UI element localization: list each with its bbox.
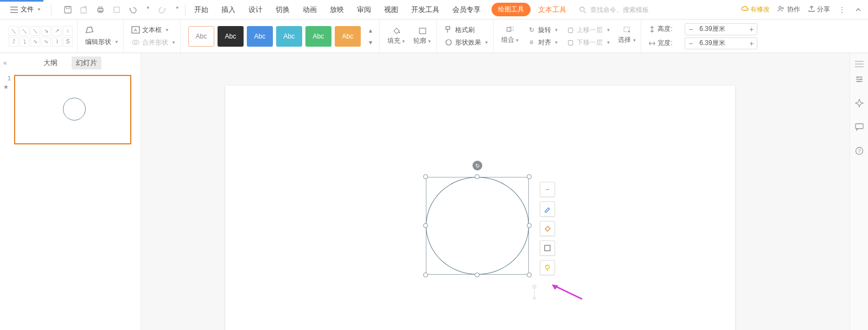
tab-view[interactable]: 视图 (384, 3, 398, 17)
more-icon[interactable]: ⋮ (838, 5, 846, 14)
resize-handle-l[interactable] (423, 223, 428, 228)
chevron-down-icon: ▼ (632, 38, 636, 43)
height-input[interactable] (696, 26, 746, 33)
resize-handle-bl[interactable] (423, 272, 428, 277)
print-icon[interactable] (96, 5, 105, 14)
float-fill-button[interactable] (540, 221, 555, 236)
edit-shape-button[interactable]: 编辑形状▼ (85, 37, 119, 47)
line-shape[interactable]: ＼ (20, 26, 29, 36)
fill-button[interactable]: 填充▼ (387, 27, 406, 46)
redo-icon[interactable] (158, 5, 167, 14)
height-spinner[interactable]: − + (685, 23, 757, 35)
tab-insert[interactable]: 插入 (221, 3, 235, 17)
save-icon[interactable] (63, 5, 72, 14)
share-button[interactable]: 分享 (808, 5, 830, 14)
select-button[interactable]: 选择▼ (618, 26, 636, 47)
menu-icon[interactable] (855, 60, 864, 68)
line-shape[interactable]: ⤴ (9, 37, 18, 47)
help-icon[interactable]: ? (855, 147, 864, 155)
rotate-button[interactable]: ↻旋转▼ (527, 26, 559, 35)
circle-shape[interactable] (426, 177, 529, 275)
line-shape[interactable]: ↗ (52, 26, 62, 36)
outline-view-tab[interactable]: 大纲 (39, 56, 62, 69)
chevron-down-icon[interactable]: ▼ (146, 5, 150, 14)
tab-animation[interactable]: 动画 (303, 3, 317, 17)
float-idea-button[interactable] (540, 260, 555, 275)
width-increment[interactable]: + (746, 38, 757, 49)
resize-handle-br[interactable] (527, 272, 532, 277)
resize-handle-tl[interactable] (423, 174, 428, 179)
style-swatch-orange[interactable]: Abc (335, 26, 361, 47)
save-as-icon[interactable] (80, 5, 88, 14)
search-box[interactable] (578, 5, 672, 14)
animation-star-icon[interactable]: ★ (3, 84, 11, 91)
width-decrement[interactable]: − (685, 38, 696, 49)
undo-icon[interactable] (129, 5, 137, 14)
line-shape[interactable]: ↘ (41, 26, 51, 36)
line-shape[interactable]: ⌇ (52, 37, 62, 47)
collapse-panel-icon[interactable]: « (3, 59, 7, 67)
tab-member[interactable]: 会员专享 (452, 3, 481, 17)
chevron-down-icon[interactable]: ▼ (175, 5, 180, 14)
format-painter-button[interactable]: 格式刷 (444, 26, 489, 35)
slide-thumbnail-1[interactable] (14, 75, 131, 144)
line-shape[interactable]: S (63, 37, 73, 47)
line-shape[interactable]: ∿ (41, 37, 51, 47)
shape-effects-button[interactable]: 形状效果▼ (444, 38, 489, 47)
resize-handle-r[interactable] (527, 223, 532, 228)
height-decrement[interactable]: − (685, 24, 696, 35)
tab-transition[interactable]: 切换 (276, 3, 290, 17)
textbox-button[interactable]: A 文本框▼ (131, 26, 176, 35)
style-swatch-teal[interactable]: Abc (276, 26, 302, 47)
float-outline-button[interactable] (540, 240, 555, 256)
tab-slideshow[interactable]: 放映 (330, 3, 344, 17)
collab-button[interactable]: 协作 (777, 5, 800, 14)
slide-canvas[interactable]: ↻ − (225, 86, 735, 330)
rotation-handle[interactable]: ↻ (473, 161, 482, 170)
style-swatch-blue[interactable]: Abc (247, 26, 273, 47)
style-swatch-black[interactable]: Abc (218, 26, 244, 47)
textbox-group: A 文本框▼ 合并形状▼ (127, 20, 181, 53)
tab-design[interactable]: 设计 (248, 3, 263, 17)
width-input[interactable] (696, 40, 746, 47)
group-button[interactable]: 组合▼ (501, 26, 520, 47)
collapse-ribbon-icon[interactable] (854, 5, 863, 14)
comment-icon[interactable] (855, 123, 864, 131)
merge-shape-button[interactable]: 合并形状▼ (131, 38, 176, 47)
tab-start[interactable]: 开始 (194, 3, 208, 17)
file-menu[interactable]: 文件 ▼ (5, 3, 46, 16)
settings-sliders-icon[interactable] (855, 75, 864, 84)
align-button[interactable]: ≡对齐▼ (527, 38, 559, 47)
sparkle-icon[interactable] (855, 99, 864, 107)
line-shape[interactable]: ⤵ (20, 37, 29, 47)
resize-handle-tr[interactable] (527, 174, 532, 179)
style-scroll-up-icon[interactable]: ▴ (366, 26, 375, 35)
style-swatch-outline[interactable]: Abc (188, 26, 214, 47)
line-shape[interactable]: ＼ (9, 26, 18, 36)
line-shape[interactable]: ＼ (30, 26, 40, 36)
tab-devtools[interactable]: 开发工具 (411, 3, 439, 17)
resize-handle-b[interactable] (475, 272, 480, 277)
canvas-area[interactable]: ↻ − (141, 53, 850, 330)
bring-forward-button[interactable]: ▢上移一层▼ (566, 26, 610, 35)
float-eyedropper-button[interactable] (540, 201, 555, 217)
search-input[interactable] (590, 6, 672, 14)
style-swatch-green[interactable]: Abc (305, 26, 331, 47)
line-shape[interactable]: ↕ (63, 26, 73, 36)
print-preview-icon[interactable] (112, 5, 121, 14)
text-tool-tab[interactable]: 文本工具 (538, 5, 566, 15)
edit-points-button[interactable] (85, 26, 119, 34)
send-backward-button[interactable]: ▢下移一层▼ (566, 38, 610, 47)
outline-button[interactable]: 轮廓▼ (413, 27, 432, 46)
height-increment[interactable]: + (746, 24, 757, 35)
resize-handle-t[interactable] (475, 174, 480, 179)
tab-review[interactable]: 审阅 (357, 3, 371, 17)
slides-view-tab[interactable]: 幻灯片 (72, 56, 101, 69)
width-spinner[interactable]: − + (685, 37, 757, 49)
style-scroll-down-icon[interactable]: ▾ (366, 38, 375, 47)
float-collapse-button[interactable]: − (540, 182, 555, 197)
drawing-tool-tab[interactable]: 绘图工具 (492, 3, 531, 16)
unsaved-indicator[interactable]: 有修改 (741, 5, 770, 14)
selected-circle-shape[interactable]: ↻ (426, 177, 529, 275)
line-shape[interactable]: ∿ (30, 37, 40, 47)
